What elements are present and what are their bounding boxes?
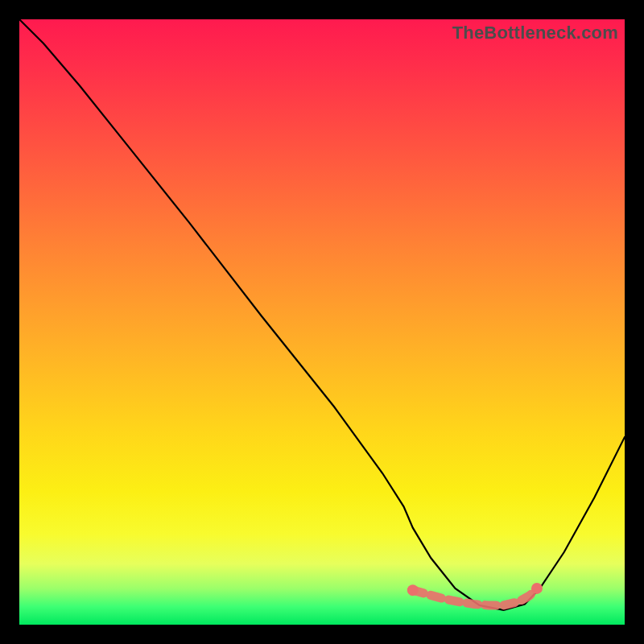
- trough-marker-stroke: [413, 588, 537, 605]
- chart-svg: [19, 19, 625, 625]
- watermark-label: TheBottleneck.com: [452, 23, 618, 43]
- trough-marker-dot: [531, 583, 543, 594]
- bottleneck-curve: [19, 19, 625, 610]
- trough-marker-group: [407, 583, 543, 605]
- trough-marker-dot: [407, 584, 419, 596]
- chart-frame: TheBottleneck.com: [19, 19, 625, 625]
